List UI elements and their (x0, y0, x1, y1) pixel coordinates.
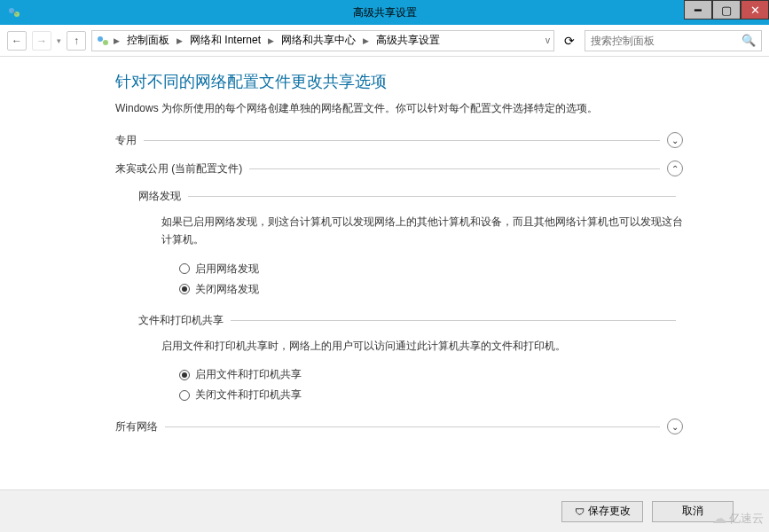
cloud-icon: ☁ (712, 510, 726, 527)
app-icon (7, 5, 21, 20)
divider (188, 196, 676, 197)
cancel-button-label: 取消 (682, 504, 703, 519)
maximize-button[interactable]: ▢ (712, 0, 741, 20)
save-button-label: 保存更改 (588, 504, 631, 519)
subsection-network-discovery: 网络发现 如果已启用网络发现，则这台计算机可以发现网络上的其他计算机和设备，而且… (138, 189, 683, 297)
save-button[interactable]: 🛡 保存更改 (561, 501, 643, 522)
file-printer-desc: 启用文件和打印机共享时，网络上的用户可以访问通过此计算机共享的文件和打印机。 (161, 337, 683, 355)
radio-label: 启用文件和打印机共享 (195, 367, 302, 382)
breadcrumb-dropdown-icon[interactable]: v (545, 35, 550, 45)
crumb-control-panel[interactable]: 控制面板 (123, 31, 173, 50)
bottom-bar: 🛡 保存更改 取消 (0, 489, 769, 532)
radio-icon (179, 390, 190, 401)
section-guest-label: 来宾或公用 (当前配置文件) (115, 161, 242, 176)
network-discovery-options: 启用网络发现 关闭网络发现 (179, 262, 683, 297)
crumb-sep-icon: ▶ (361, 36, 371, 45)
divider (165, 426, 660, 427)
search-icon[interactable]: 🔍 (742, 34, 756, 47)
minimize-button[interactable]: ━ (684, 0, 712, 20)
up-button[interactable]: ↑ (67, 31, 86, 51)
crumb-sep-icon: ▶ (175, 36, 184, 45)
refresh-button[interactable]: ⟳ (560, 31, 579, 51)
window-controls: ━ ▢ ✕ (684, 0, 769, 20)
radio-checked-icon (179, 284, 190, 294)
close-button[interactable]: ✕ (741, 0, 769, 20)
radio-checked-icon (179, 370, 190, 380)
shield-icon: 🛡 (575, 506, 585, 517)
radio-fp-on[interactable]: 启用文件和打印机共享 (179, 367, 683, 382)
divider (231, 320, 676, 321)
back-button[interactable]: ← (7, 31, 27, 51)
section-private[interactable]: 专用 ⌄ (115, 132, 683, 148)
forward-button[interactable]: → (32, 31, 51, 51)
radio-label: 关闭文件和打印机共享 (195, 387, 302, 403)
crumb-sep-icon: ▶ (266, 36, 276, 45)
chevron-up-icon[interactable]: ⌃ (667, 160, 683, 176)
section-all-networks[interactable]: 所有网络 ⌄ (115, 419, 683, 434)
subsection-file-printer: 文件和打印机共享 启用文件和打印机共享时，网络上的用户可以访问通过此计算机共享的… (138, 313, 683, 403)
radio-nd-off[interactable]: 关闭网络发现 (179, 282, 683, 297)
chevron-down-icon[interactable]: ⌄ (667, 132, 683, 148)
location-icon (96, 34, 110, 48)
section-guest[interactable]: 来宾或公用 (当前配置文件) ⌃ (115, 160, 683, 176)
file-printer-options: 启用文件和打印机共享 关闭文件和打印机共享 (179, 367, 683, 403)
watermark: ☁ 亿速云 (712, 510, 764, 527)
page-heading: 针对不同的网络配置文件更改共享选项 (115, 71, 683, 92)
page-subheading: Windows 为你所使用的每个网络创建单独的网络配置文件。你可以针对每个配置文… (115, 101, 683, 116)
breadcrumb[interactable]: ▶ 控制面板 ▶ 网络和 Internet ▶ 网络和共享中心 ▶ 高级共享设置… (91, 30, 554, 51)
svg-point-3 (103, 40, 108, 45)
divider (249, 168, 660, 169)
crumb-advanced-sharing[interactable]: 高级共享设置 (373, 31, 443, 50)
titlebar: 高级共享设置 ━ ▢ ✕ (0, 0, 769, 25)
watermark-text: 亿速云 (729, 511, 764, 527)
section-private-label: 专用 (115, 133, 137, 148)
content-area: 针对不同的网络配置文件更改共享选项 Windows 为你所使用的每个网络创建单独… (0, 57, 769, 489)
chevron-down-icon[interactable]: ⌄ (667, 419, 683, 434)
network-discovery-desc: 如果已启用网络发现，则这台计算机可以发现网络上的其他计算机和设备，而且其他网络计… (161, 213, 683, 249)
radio-label: 关闭网络发现 (195, 282, 259, 297)
search-box[interactable]: 🔍 (585, 30, 762, 51)
section-all-label: 所有网络 (115, 419, 158, 434)
radio-icon (179, 263, 190, 274)
search-input[interactable] (591, 35, 742, 47)
radio-nd-on[interactable]: 启用网络发现 (179, 262, 683, 277)
crumb-network-sharing[interactable]: 网络和共享中心 (278, 31, 359, 50)
history-dropdown-icon[interactable]: ▾ (57, 36, 61, 45)
radio-label: 启用网络发现 (195, 262, 259, 277)
crumb-network-internet[interactable]: 网络和 Internet (186, 31, 264, 50)
navbar: ← → ▾ ↑ ▶ 控制面板 ▶ 网络和 Internet ▶ 网络和共享中心 … (0, 25, 769, 57)
network-discovery-label: 网络发现 (138, 189, 181, 204)
file-printer-label: 文件和打印机共享 (138, 313, 224, 328)
svg-point-2 (98, 36, 103, 42)
radio-fp-off[interactable]: 关闭文件和打印机共享 (179, 387, 683, 403)
crumb-sep-icon: ▶ (112, 36, 122, 45)
divider (144, 140, 660, 141)
window-title: 高级共享设置 (353, 5, 417, 20)
